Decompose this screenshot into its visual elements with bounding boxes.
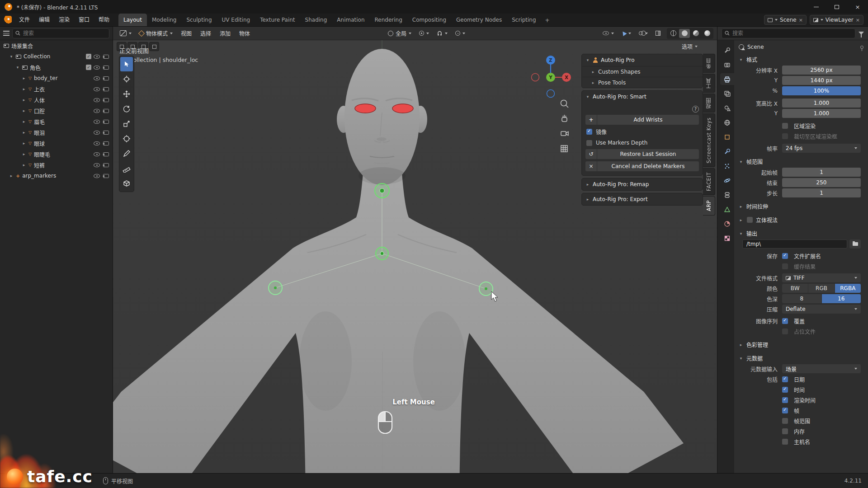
eye-icon[interactable] bbox=[94, 163, 100, 167]
eye-icon[interactable] bbox=[94, 141, 100, 145]
metadata-time-checkbox[interactable] bbox=[782, 387, 788, 393]
markers-depth-checkbox-row[interactable]: Use Markers Depth bbox=[585, 139, 699, 147]
disclosure-icon[interactable] bbox=[22, 87, 26, 91]
color-bw-option[interactable]: BW bbox=[782, 284, 808, 293]
add-workspace-button[interactable]: + bbox=[541, 14, 554, 26]
filter-icon[interactable] bbox=[859, 32, 864, 35]
stereoscopy-checkbox[interactable] bbox=[747, 217, 753, 223]
outliner-row-object[interactable]: 上衣 bbox=[0, 84, 113, 94]
collection-checkbox[interactable] bbox=[86, 54, 91, 59]
camera-icon[interactable] bbox=[103, 174, 109, 178]
file-format-dropdown[interactable]: TIFF bbox=[782, 273, 861, 282]
eye-icon[interactable] bbox=[94, 98, 100, 102]
tab-animation[interactable]: Animation bbox=[332, 14, 369, 26]
tab-particles[interactable] bbox=[720, 160, 734, 172]
tool-rotate[interactable] bbox=[120, 102, 133, 116]
tab-render[interactable] bbox=[720, 59, 734, 70]
disclosure-icon[interactable] bbox=[22, 76, 26, 80]
eye-icon[interactable] bbox=[94, 66, 100, 70]
panel-pose-tools[interactable]: Pose Tools bbox=[582, 77, 703, 88]
use-markers-depth-checkbox[interactable] bbox=[586, 140, 592, 146]
resolution-percent-slider[interactable]: 100% bbox=[782, 86, 861, 95]
marker-neck[interactable] bbox=[376, 247, 388, 260]
panel-output[interactable]: 输出 bbox=[734, 226, 868, 239]
frame-step-field[interactable]: 1 bbox=[782, 188, 861, 197]
proportional-edit-toggle[interactable] bbox=[452, 28, 468, 39]
disclosure-icon[interactable] bbox=[15, 65, 20, 70]
ntab-screencast-keys[interactable]: Screencast Keys bbox=[703, 113, 715, 167]
tool-scale[interactable] bbox=[120, 117, 133, 131]
tab-scene[interactable] bbox=[720, 102, 734, 114]
overwrite-checkbox[interactable] bbox=[782, 318, 788, 324]
metadata-memory-checkbox[interactable] bbox=[782, 428, 788, 434]
disclosure-icon[interactable] bbox=[22, 98, 26, 102]
marker-shoulder-right[interactable] bbox=[479, 282, 493, 296]
xray-toggle[interactable] bbox=[652, 28, 664, 39]
axis-x-label[interactable]: X bbox=[565, 75, 568, 80]
render-region-checkbox[interactable] bbox=[782, 123, 788, 129]
gizmos-dropdown[interactable] bbox=[618, 28, 634, 39]
eye-icon[interactable] bbox=[94, 87, 100, 91]
menu-window[interactable]: 窗口 bbox=[74, 14, 94, 26]
outliner-row-object[interactable]: 口腔 bbox=[0, 105, 113, 116]
search-input[interactable] bbox=[732, 30, 852, 37]
overlays-dropdown[interactable] bbox=[636, 28, 651, 39]
panel-arp-export[interactable]: Auto-Rig Pro: Export bbox=[582, 193, 703, 205]
tab-tool[interactable] bbox=[720, 44, 734, 56]
axis-y-label[interactable]: Y bbox=[548, 75, 552, 80]
mode-selector[interactable]: 物体模式 bbox=[136, 28, 176, 39]
tool-measure[interactable] bbox=[120, 161, 133, 176]
outliner-row-object[interactable]: 短裤 bbox=[0, 160, 113, 170]
outliner-row-object[interactable]: 眉毛 bbox=[0, 116, 113, 127]
tool-add-primitive[interactable] bbox=[120, 176, 133, 191]
outliner-row-character[interactable]: 角色 bbox=[0, 62, 113, 73]
eye-icon[interactable] bbox=[94, 55, 100, 59]
metadata-framerange-checkbox[interactable] bbox=[782, 418, 788, 424]
camera-icon[interactable] bbox=[103, 120, 109, 124]
disclosure-icon[interactable] bbox=[9, 54, 14, 59]
tab-uv-editing[interactable]: UV Editing bbox=[217, 14, 255, 26]
menu-view[interactable]: 视图 bbox=[177, 28, 195, 39]
panel-metadata[interactable]: 元数据 bbox=[734, 351, 868, 364]
metadata-rendertime-checkbox[interactable] bbox=[782, 397, 788, 403]
resolution-x-field[interactable]: 2560 px bbox=[782, 66, 861, 75]
ntab-faceit[interactable]: FACEIT bbox=[703, 168, 715, 195]
hand-icon[interactable] bbox=[562, 115, 567, 122]
file-extension-checkbox[interactable] bbox=[782, 253, 788, 259]
restore-last-session-button[interactable]: Restore Last Session bbox=[597, 149, 699, 159]
panel-custom-shapes[interactable]: Custom Shapes bbox=[582, 66, 703, 77]
camera-icon[interactable] bbox=[103, 87, 109, 91]
navigation-gizmo[interactable]: Z X Y bbox=[532, 56, 571, 98]
ntab-tool[interactable]: 工具 bbox=[703, 74, 715, 93]
menu-add[interactable]: 添加 bbox=[216, 28, 234, 39]
add-marker-icon[interactable] bbox=[585, 115, 597, 125]
ntab-item[interactable]: 条目 bbox=[703, 54, 715, 73]
camera-icon[interactable] bbox=[103, 66, 109, 70]
metadata-frame-checkbox[interactable] bbox=[782, 408, 788, 413]
tool-select-box[interactable] bbox=[120, 57, 133, 71]
panel-frame-range[interactable]: 帧范围 bbox=[734, 154, 868, 168]
ntab-view[interactable]: 视图 bbox=[703, 94, 715, 113]
tab-sculpting[interactable]: Sculpting bbox=[181, 14, 217, 26]
snap-toggle[interactable] bbox=[434, 28, 451, 39]
show-object-types-dropdown[interactable] bbox=[599, 28, 617, 39]
tool-options-dropdown[interactable]: 选项 bbox=[682, 42, 698, 50]
camera-icon[interactable] bbox=[103, 141, 109, 145]
crop-to-region-checkbox[interactable] bbox=[782, 133, 788, 139]
outliner-row-object[interactable]: body_ter bbox=[0, 73, 113, 84]
compression-dropdown[interactable]: Deflate bbox=[782, 305, 861, 314]
metadata-input-dropdown[interactable]: 场景 bbox=[782, 364, 861, 373]
frame-end-field[interactable]: 250 bbox=[782, 178, 861, 187]
tab-modeling[interactable]: Modeling bbox=[147, 14, 182, 26]
eye-icon[interactable] bbox=[94, 109, 100, 113]
cancel-delete-markers-button[interactable]: Cancel and Delete Markers bbox=[597, 161, 699, 171]
disclosure-icon[interactable] bbox=[22, 108, 26, 113]
ntab-arp[interactable]: ARP bbox=[703, 196, 715, 215]
panel-arp-smart[interactable]: Auto-Rig Pro: Smart bbox=[582, 91, 703, 103]
panel-stereoscopy[interactable]: 立体视法 bbox=[734, 212, 868, 226]
camera-icon[interactable] bbox=[103, 109, 109, 113]
tab-constraints[interactable] bbox=[720, 189, 734, 201]
tab-object[interactable] bbox=[720, 131, 734, 143]
menu-select[interactable]: 选择 bbox=[197, 28, 215, 39]
tab-texture-paint[interactable]: Texture Paint bbox=[255, 14, 300, 26]
